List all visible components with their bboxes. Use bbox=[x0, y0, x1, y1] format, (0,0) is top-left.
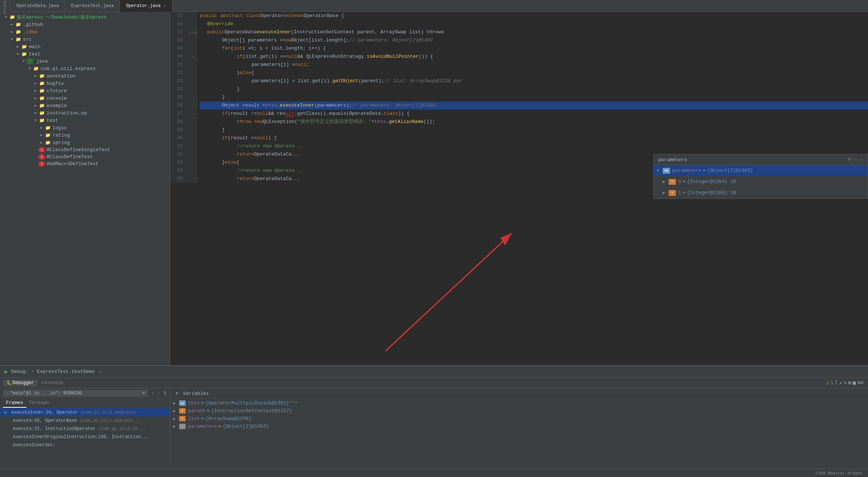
copy-icon[interactable]: ⎘ bbox=[848, 157, 851, 162]
debug-right-panel: + Variables ▶ oo this = {OperatorMultipl… bbox=[170, 388, 868, 469]
tree-github[interactable]: ▶ 📁 .github bbox=[0, 21, 170, 28]
test-arrow: ▼ bbox=[15, 52, 21, 56]
popup-row-params[interactable]: ▼ oo parameters = {Object[2]@1303} bbox=[654, 165, 868, 176]
test-label: test bbox=[29, 51, 40, 57]
frame-item-0[interactable]: ▶ executeInner:26, Operator (com.ql.util… bbox=[0, 408, 170, 417]
evaluate-icon[interactable]: ✎ bbox=[844, 380, 847, 386]
project-tab-vertical[interactable]: Project bbox=[0, 0, 10, 12]
run-cursor-icon[interactable]: ↗ bbox=[839, 380, 842, 386]
com-label: com.ql.util.express bbox=[41, 66, 95, 71]
cfuture-arrow: ▶ bbox=[33, 89, 38, 93]
tab-expresstest[interactable]: ExpressTest.java bbox=[65, 0, 120, 12]
main-arrow: ▶ bbox=[15, 44, 21, 49]
add-watch-icon[interactable]: + bbox=[173, 390, 181, 397]
annotation-label: annotation bbox=[47, 73, 75, 79]
frame-item-3[interactable]: executeInnerOriginalInstruction:196, Ins… bbox=[0, 433, 170, 441]
spring-arrow: ▶ bbox=[38, 140, 44, 145]
tree-idea[interactable]: ▶ 📁 .idea bbox=[0, 28, 170, 36]
tab-operatedata[interactable]: OperateData.java bbox=[10, 0, 65, 12]
code-line-18: Object[] parameters = new Object[list.le… bbox=[200, 36, 868, 44]
tree-instruction-op[interactable]: ▶ 📁 instruction.op bbox=[0, 109, 170, 117]
tree-aclassdefine[interactable]: C AClassDefineTest bbox=[0, 153, 170, 160]
debugger-tab[interactable]: 🐛 Debugger bbox=[3, 380, 38, 386]
rating-folder-icon: 📁 bbox=[44, 132, 51, 138]
tree-aclassdefinesingle[interactable]: C AClassDefineSingleTest bbox=[0, 146, 170, 153]
thread-dropdown[interactable]: ✓ "main"@1 in ...in": RUNNING ▼ bbox=[3, 390, 148, 397]
tree-console[interactable]: ▶ 📁 console bbox=[0, 94, 170, 102]
step-over-icon[interactable]: ↺ bbox=[826, 379, 830, 387]
var-parent-icon: P bbox=[179, 408, 186, 414]
testinner-label: test bbox=[47, 118, 58, 123]
tree-addmacrodefine[interactable]: C AddMacroDefineTest bbox=[0, 160, 170, 167]
code-line-20: if (list.get(i) == null && QLExpressRunS… bbox=[200, 53, 868, 61]
frame-item-4[interactable]: executeInnerSet: bbox=[0, 441, 170, 449]
code-line-30: if (result == null ) { bbox=[200, 134, 868, 142]
layout-icon[interactable]: ▦ bbox=[853, 380, 856, 386]
filter-down-icon[interactable]: ↓ bbox=[157, 390, 160, 396]
breakpoint-gutter: ● ⚡ @ ⬦ ⬦ ⬦ bbox=[189, 12, 197, 183]
var-parameters[interactable]: ▶ ≡ parameters = {Object[2]@1303} bbox=[170, 423, 868, 430]
popup-icon-eq-0: ≡ bbox=[669, 179, 676, 185]
logic-folder-icon: 📁 bbox=[44, 125, 51, 131]
popup-expand-1-arrow: ▶ bbox=[663, 189, 669, 197]
tree-src[interactable]: ▼ 📁 src bbox=[0, 36, 170, 43]
bugfix-arrow: ▶ bbox=[33, 81, 38, 86]
tree-test-inner[interactable]: ▼ 📁 test bbox=[0, 117, 170, 124]
testinner-folder-icon: 📁 bbox=[38, 117, 45, 123]
console-folder-icon: 📁 bbox=[38, 95, 45, 101]
tree-root[interactable]: ▼ 📁 QLExpress ~/Downloads/QLExpress bbox=[0, 13, 170, 21]
debug-tab-close-icon[interactable]: ✕ bbox=[99, 369, 102, 374]
var-parent[interactable]: ▶ P parent = {InstructionSetContext@1257… bbox=[170, 407, 868, 415]
instrucop-folder-icon: 📁 bbox=[38, 110, 45, 116]
tree-logic[interactable]: ▶ 📁 logic bbox=[0, 124, 170, 131]
popup-row-1[interactable]: ▶ ≡ 1 = {Integer@1304} 10 bbox=[654, 187, 868, 199]
frame-item-1[interactable]: execute:56, OperatorBase (com.ql.util.ex… bbox=[0, 417, 170, 425]
tree-rating[interactable]: ▶ 📁 rating bbox=[0, 131, 170, 139]
root-label: QLExpress ~/Downloads/QLExpress bbox=[17, 14, 107, 20]
frame-item-2[interactable]: execute:32, InstructionOperator (com.ql.… bbox=[0, 425, 170, 433]
popup-icon-eq-1: ≡ bbox=[669, 190, 676, 196]
console-tab[interactable]: ≡ Console bbox=[38, 380, 67, 386]
popup-expand-arrow: ▼ bbox=[657, 167, 663, 175]
tree-com-ql[interactable]: ▼ 📁 com.ql.util.express bbox=[0, 65, 170, 72]
tab-operator[interactable]: Operator.java ✕ bbox=[120, 0, 172, 12]
tree-bugfix[interactable]: ▶ 📁 bugfix bbox=[0, 80, 170, 87]
tree-java[interactable]: ▼ J java bbox=[0, 58, 170, 65]
resume-icon[interactable]: ▶ bbox=[4, 368, 8, 376]
close-icon[interactable]: ✕ bbox=[164, 3, 166, 8]
threads-tab[interactable]: Threads bbox=[26, 398, 53, 408]
test-folder-icon: 📁 bbox=[21, 51, 27, 57]
frames-list: ▶ executeInner:26, Operator (com.ql.util… bbox=[0, 408, 170, 469]
filter-icon[interactable]: ⊻ bbox=[163, 390, 167, 396]
tree-test[interactable]: ▼ 📁 test bbox=[0, 50, 170, 58]
var-this[interactable]: ▶ oo this = {OperatorMultiplyDivide@1301… bbox=[170, 399, 868, 407]
var-list[interactable]: ▶ P list = {ArraySwap@1256} bbox=[170, 415, 868, 423]
logic-arrow: ▶ bbox=[38, 126, 44, 130]
testinner-arrow: ▼ bbox=[33, 119, 38, 123]
settings-icon[interactable]: ⚙ bbox=[848, 380, 851, 386]
popup-row-0[interactable]: ▶ ≡ 0 = {Integer@1304} 10 bbox=[654, 176, 868, 187]
code-line-21: parameters[i] = null ; bbox=[200, 61, 868, 69]
frames-tab[interactable]: Frames bbox=[3, 398, 26, 408]
addmacrodefine-icon: C bbox=[38, 161, 45, 167]
step-into-icon[interactable]: ⤵ bbox=[831, 380, 833, 386]
src-label: src bbox=[23, 37, 31, 42]
more-icon[interactable]: ≡≡ bbox=[857, 380, 864, 386]
nav-forward-icon[interactable]: → bbox=[860, 157, 863, 163]
step-out-icon[interactable]: ⤴ bbox=[835, 380, 837, 386]
tree-annotation[interactable]: ▶ 📁 annotation bbox=[0, 72, 170, 80]
tree-main[interactable]: ▶ 📁 main bbox=[0, 43, 170, 50]
tree-cfuture[interactable]: ▶ 📁 cfuture bbox=[0, 87, 170, 94]
code-line-19: for ( int i = 0 ; i < list.length; i++) … bbox=[200, 44, 868, 53]
tree-spring[interactable]: ▶ 📁 spring bbox=[0, 139, 170, 146]
popup-header: parameters ⎘ ← → bbox=[654, 154, 868, 165]
tree-example[interactable]: ▶ 📁 example bbox=[0, 102, 170, 109]
idea-label: .idea bbox=[23, 29, 37, 35]
popup-expand-0-arrow: ▶ bbox=[663, 178, 669, 186]
cfuture-label: cfuture bbox=[47, 88, 67, 94]
instrucop-label: instruction.op bbox=[47, 110, 87, 116]
filter-up-icon[interactable]: ↑ bbox=[151, 390, 154, 396]
nav-back-icon[interactable]: ← bbox=[854, 157, 857, 163]
var-list-expand: ▶ bbox=[173, 416, 179, 421]
bugfix-label: bugfix bbox=[47, 81, 64, 86]
